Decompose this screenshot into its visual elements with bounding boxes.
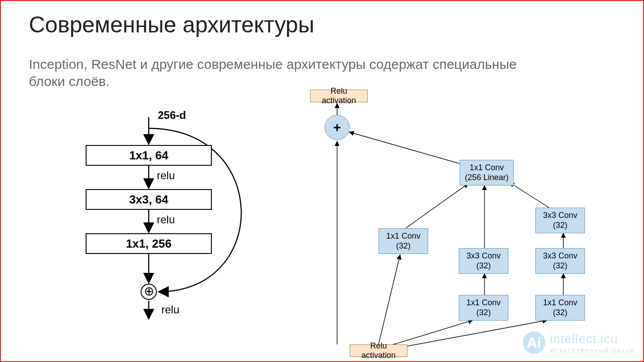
conv-sublabel: (32) <box>476 308 491 318</box>
conv-sublabel: (32) <box>396 241 411 251</box>
svg-line-7 <box>349 132 469 166</box>
branch2b-conv-1x1-32: 1x1 Conv (32) <box>459 295 508 321</box>
branch3c-conv-1x1-32: 1x1 Conv (32) <box>535 295 585 321</box>
relu-label-3: relu <box>161 303 179 316</box>
conv-sublabel: (32) <box>476 261 491 271</box>
slide-title: Современные архитектуры <box>29 12 314 38</box>
branch1-conv-1x1-32: 1x1 Conv (32) <box>379 228 428 254</box>
branch2a-conv-3x3-32: 3x3 Conv (32) <box>459 248 508 274</box>
conv-label: 3x3 Conv <box>543 251 577 261</box>
relu-label-2: relu <box>157 213 175 226</box>
branch3b-conv-3x3-32: 3x3 Conv (32) <box>535 248 585 274</box>
watermark-title: intellect.icu <box>550 332 635 346</box>
relu-activation-top: Relu activation <box>310 90 368 102</box>
conv-1x1-256: 1x1, 256 <box>86 233 212 254</box>
relu-label-1: relu <box>157 169 175 182</box>
watermark: Ai intellect.icu Искусственный разум <box>523 331 635 354</box>
conv-label: 1x1 Conv <box>466 298 501 308</box>
slide-subtitle: Inception, ResNet и другие современные а… <box>29 56 525 90</box>
sum-node: ⊕ <box>141 284 157 300</box>
conv-label: 1x1 Conv <box>543 298 577 308</box>
conv-sublabel: (256 Linear) <box>465 173 508 183</box>
relu-activation-bottom: Relu activation <box>350 344 407 357</box>
resnet-block-diagram: 256-d 1x1, 64 relu 3x3, 64 relu 1x1, 256… <box>77 113 279 356</box>
svg-line-8 <box>406 183 469 228</box>
conv-1x1-64: 1x1, 64 <box>86 145 212 166</box>
conv-sublabel: (32) <box>553 261 567 271</box>
conv-sublabel: (32) <box>553 308 567 318</box>
conv-label: 1x1 Conv <box>470 163 504 173</box>
watermark-subtitle: Искусственный разум <box>550 346 635 354</box>
conv-sublabel: (32) <box>553 221 567 231</box>
branch3a-conv-3x3-32: 3x3 Conv (32) <box>535 208 585 233</box>
conv-label: 3x3 Conv <box>466 251 501 261</box>
sum-node-blue: + <box>324 115 350 140</box>
input-label: 256-d <box>158 109 186 122</box>
conv-3x3-64: 3x3, 64 <box>86 189 212 210</box>
inception-block-diagram: Relu activation + 1x1 Conv (256 Linear) … <box>288 88 640 362</box>
watermark-logo: Ai <box>523 331 545 354</box>
svg-line-14 <box>379 254 400 344</box>
conv-1x1-256-linear: 1x1 Conv (256 Linear) <box>460 160 514 186</box>
conv-label: 1x1 Conv <box>386 231 420 241</box>
conv-label: 3x3 Conv <box>543 211 577 221</box>
